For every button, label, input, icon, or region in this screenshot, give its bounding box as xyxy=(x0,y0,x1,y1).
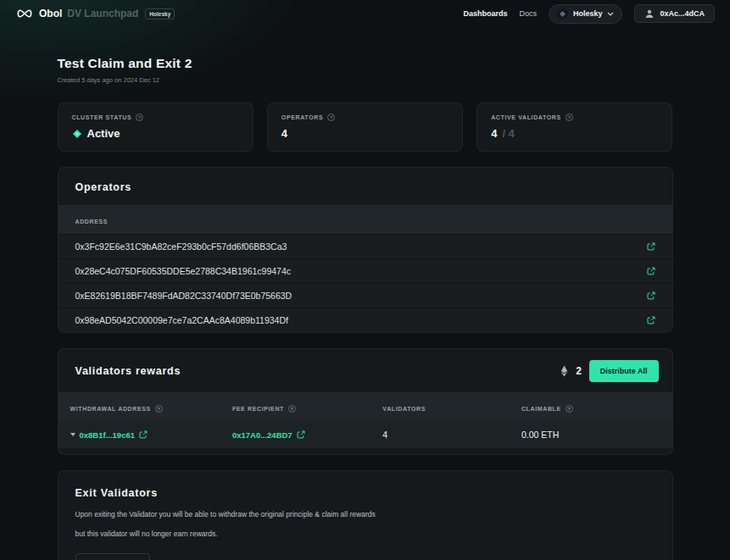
brand-name: Obol xyxy=(39,8,62,19)
brand-product: DV Launchpad xyxy=(67,8,138,19)
exit-description-line1: Upon exiting the Validator you will be a… xyxy=(75,510,655,520)
network-icon xyxy=(557,8,568,19)
top-navigation-bar: Obol DV Launchpad Holesky Dashboards Doc… xyxy=(0,0,730,27)
active-validators-label: ACTIVE VALIDATORS xyxy=(491,114,561,120)
withdrawal-address-link[interactable]: 0x8B1f...19c61 xyxy=(80,430,136,440)
operator-address: 0x3Fc92E6e31C9bA82ceF293b0cF57dd6f06BB3C… xyxy=(75,241,287,252)
network-selector-label: Holesky xyxy=(573,9,603,18)
operator-address: 0x28eC4c075DF60535DDE5e2788C34B1961c9947… xyxy=(75,266,292,276)
stat-cards-row: CLUSTER STATUS Active OPERATORS 4 xyxy=(58,103,673,152)
network-selector-button[interactable]: Holesky xyxy=(549,4,623,24)
external-link-icon[interactable] xyxy=(139,430,148,439)
operators-card: Operators ADDRESS 0x3Fc92E6e31C9bA82ceF2… xyxy=(58,167,673,333)
exit-description-line2: but this validator will no longer earn r… xyxy=(75,530,655,540)
exit-validators-card: Exit Validators Upon exiting the Validat… xyxy=(58,470,673,560)
exit-card-title: Exit Validators xyxy=(75,487,655,499)
operator-row: 0x28eC4c075DF60535DDE5e2788C34B1961c9947… xyxy=(59,258,672,283)
operators-table-header: ADDRESS xyxy=(59,205,672,234)
nav-dashboards[interactable]: Dashboards xyxy=(463,9,507,18)
wallet-button[interactable]: 0xAc...4dCA xyxy=(634,4,715,23)
rewards-card-title: Validators rewards xyxy=(75,365,181,377)
help-icon[interactable] xyxy=(288,405,296,413)
exit-validators-button[interactable]: Exit Validators xyxy=(75,553,151,560)
active-validators-card: ACTIVE VALIDATORS 4 / 4 xyxy=(476,103,672,152)
rewards-table-header: WITHDRAWAL ADDRESS FEE RECIPIENT VALIDAT… xyxy=(59,392,672,421)
help-icon[interactable] xyxy=(566,405,573,413)
withdrawal-address-column: WITHDRAWAL ADDRESS xyxy=(70,405,163,413)
page-header: Test Claim and Exit 2 Created 5 days ago… xyxy=(58,56,673,84)
operators-count-value: 4 xyxy=(281,127,287,140)
validators-rewards-card: Validators rewards 2 Distribute All WITH… xyxy=(58,348,673,455)
expand-row-caret-icon[interactable] xyxy=(70,433,75,436)
operator-address: 0x98eAD5042C00009e7ce7a2CAAc8A4089b11934… xyxy=(75,315,288,325)
help-icon[interactable] xyxy=(327,114,335,121)
chevron-down-icon xyxy=(607,12,614,16)
brand[interactable]: Obol DV Launchpad Holesky xyxy=(15,8,175,19)
external-link-icon[interactable] xyxy=(647,316,655,324)
validators-count-cell: 4 xyxy=(382,430,387,440)
cluster-status-card: CLUSTER STATUS Active xyxy=(58,103,254,152)
claimable-amount-cell: 0.00 ETH xyxy=(521,430,559,440)
external-link-icon[interactable] xyxy=(647,291,655,300)
cluster-status-label: CLUSTER STATUS xyxy=(72,114,132,120)
claimable-column: CLAIMABLE xyxy=(521,405,573,413)
external-link-icon[interactable] xyxy=(647,242,655,251)
active-validators-value: 4 xyxy=(491,127,497,140)
pending-rewards-count: 2 xyxy=(576,365,582,377)
rewards-table-row: 0x8B1f...19c61 0x17A0...24BD7 4 0.00 ETH xyxy=(59,421,672,448)
topbar-actions: Dashboards Docs Holesky 0xAc...4dCA xyxy=(463,4,715,24)
operator-row: 0x3Fc92E6e31C9bA82ceF293b0cF57dd6f06BB3C… xyxy=(59,234,672,258)
help-icon[interactable] xyxy=(136,114,143,121)
operators-count-label: OPERATORS xyxy=(281,114,323,120)
wallet-address-label: 0xAc...4dCA xyxy=(660,9,705,18)
page-title: Test Claim and Exit 2 xyxy=(58,56,673,71)
network-badge: Holesky xyxy=(145,8,175,19)
cluster-status-value: Active xyxy=(87,127,120,140)
validators-column: VALIDATORS xyxy=(382,406,426,412)
page-subtitle: Created 5 days ago on 2024 Dec 12 xyxy=(58,76,673,84)
active-validators-total: / 4 xyxy=(502,127,514,140)
address-column-header: ADDRESS xyxy=(75,219,109,225)
distribute-all-button[interactable]: Distribute All xyxy=(589,360,659,382)
gem-icon xyxy=(72,129,82,139)
operators-card-title: Operators xyxy=(59,168,672,205)
help-icon[interactable] xyxy=(155,405,163,413)
fee-recipient-column: FEE RECIPIENT xyxy=(232,405,296,413)
operators-count-card: OPERATORS 4 xyxy=(267,103,463,152)
eth-icon xyxy=(560,365,568,377)
operator-row: 0xE82619B18BF7489FdAD82C33740Df73E0b7566… xyxy=(59,283,672,308)
operator-row: 0x98eAD5042C00009e7ce7a2CAAc8A4089b11934… xyxy=(59,308,672,332)
avatar-icon xyxy=(644,8,655,19)
obol-logo-icon xyxy=(15,8,34,19)
help-icon[interactable] xyxy=(566,114,573,121)
fee-recipient-link[interactable]: 0x17A0...24BD7 xyxy=(232,430,293,440)
external-link-icon[interactable] xyxy=(647,267,655,275)
operator-address: 0xE82619B18BF7489FdAD82C33740Df73E0b7566… xyxy=(75,291,293,301)
external-link-icon[interactable] xyxy=(297,430,305,439)
nav-docs[interactable]: Docs xyxy=(519,9,537,18)
